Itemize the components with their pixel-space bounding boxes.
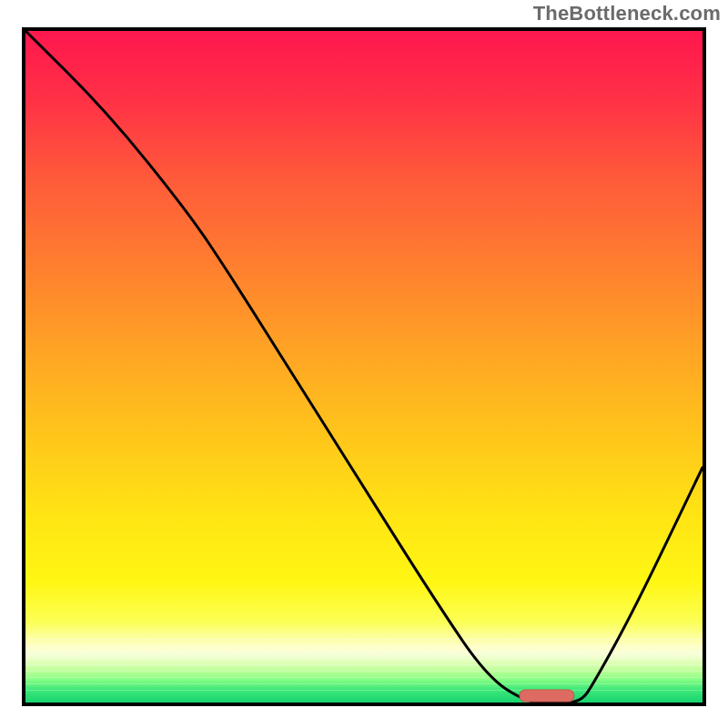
chart-container: TheBottleneck.com	[0, 0, 728, 728]
optimal-range-marker	[25, 31, 703, 703]
svg-rect-1	[520, 690, 574, 702]
watermark-label: TheBottleneck.com	[533, 2, 721, 25]
plot-area	[22, 27, 706, 706]
